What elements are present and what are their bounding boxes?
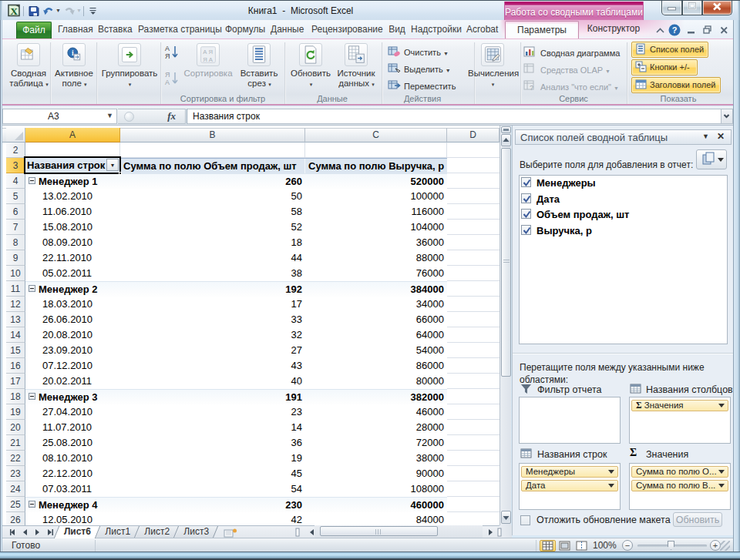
- svg-text:Я: Я: [165, 71, 170, 79]
- svg-text:Я А: Я А: [203, 56, 214, 63]
- svg-text:i: i: [72, 49, 74, 57]
- svg-text:А Я: А Я: [203, 49, 213, 55]
- svg-text:Я: Я: [165, 52, 170, 60]
- svg-text:?: ?: [672, 25, 678, 35]
- svg-text:А: А: [165, 45, 170, 52]
- svg-text:?: ?: [530, 84, 533, 92]
- svg-text:А: А: [165, 79, 170, 86]
